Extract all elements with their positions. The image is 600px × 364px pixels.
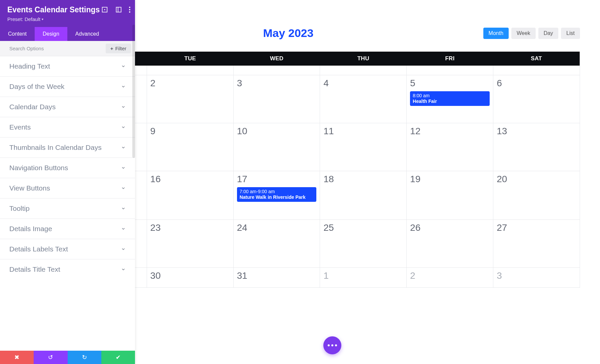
- filter-button[interactable]: + Filter: [106, 44, 131, 53]
- day-cell[interactable]: 6: [493, 75, 580, 123]
- undo-button[interactable]: ↺: [34, 351, 67, 364]
- chevron-down-icon: [121, 64, 126, 69]
- day-cell[interactable]: 1: [320, 268, 407, 287]
- day-number: 17: [237, 174, 247, 184]
- event-health-fair[interactable]: 8:00 am Health Fair: [410, 91, 490, 106]
- day-number: 2: [410, 270, 415, 281]
- day-number: 9: [150, 126, 156, 136]
- expand-icon[interactable]: [101, 6, 108, 13]
- search-row: + Filter: [0, 41, 135, 56]
- dow-thu: THU: [320, 52, 407, 66]
- section-days-of-week[interactable]: Days of the Week: [0, 77, 135, 97]
- day-number: 12: [410, 126, 420, 136]
- calendar-title: May 2023: [93, 27, 483, 40]
- day-number: 19: [410, 174, 420, 184]
- save-button[interactable]: ✔: [101, 351, 135, 364]
- section-thumbnails[interactable]: Thumbnails In Calendar Days: [0, 138, 135, 158]
- event-name: Nature Walk in Riverside Park: [240, 194, 314, 200]
- section-details-image[interactable]: Details Image: [0, 219, 135, 239]
- scrollbar[interactable]: [132, 25, 135, 158]
- day-number: 6: [497, 78, 502, 88]
- kebab-menu-icon[interactable]: [129, 7, 130, 13]
- day-cell[interactable]: 23: [147, 220, 234, 267]
- day-cell[interactable]: 31: [234, 268, 320, 287]
- preset-dropdown[interactable]: Preset: Default ▾: [7, 16, 43, 22]
- view-button-week[interactable]: Week: [511, 28, 536, 39]
- day-number: 30: [150, 270, 161, 281]
- day-cell[interactable]: 2: [407, 268, 493, 287]
- view-buttons-group: Month Week Day List: [483, 28, 580, 39]
- chevron-down-icon: [121, 247, 126, 251]
- section-details-labels[interactable]: Details Labels Text: [0, 239, 135, 259]
- day-cell[interactable]: 16: [147, 171, 234, 219]
- day-cell[interactable]: 19: [407, 171, 493, 219]
- event-time: 8:00 am: [413, 93, 487, 99]
- day-cell[interactable]: 3: [234, 75, 320, 123]
- day-number: 10: [237, 126, 247, 136]
- day-number: 4: [323, 78, 329, 88]
- day-cell[interactable]: 18: [320, 171, 407, 219]
- day-number: 23: [150, 222, 161, 233]
- chevron-down-icon: [121, 206, 126, 211]
- section-tooltip[interactable]: Tooltip: [0, 198, 135, 219]
- section-details-title[interactable]: Details Title Text: [0, 259, 135, 276]
- tab-design[interactable]: Design: [35, 27, 67, 41]
- filter-label: Filter: [115, 46, 126, 51]
- day-cell[interactable]: 26: [407, 220, 493, 267]
- section-events[interactable]: Events: [0, 117, 135, 138]
- event-name: Health Fair: [413, 99, 487, 104]
- panel-tabs: Content Design Advanced: [0, 27, 135, 41]
- day-cell[interactable]: 4: [320, 75, 407, 123]
- cancel-button[interactable]: ✖: [0, 351, 34, 364]
- view-button-list[interactable]: List: [561, 28, 580, 39]
- day-cell[interactable]: 3: [493, 268, 580, 287]
- view-button-day[interactable]: Day: [538, 28, 558, 39]
- dow-fri: FRI: [407, 52, 493, 66]
- tab-content[interactable]: Content: [0, 27, 35, 41]
- calendar-header: May 2023 Month Week Day List: [60, 27, 580, 52]
- day-cell[interactable]: 27: [493, 220, 580, 267]
- day-cell[interactable]: 24: [234, 220, 320, 267]
- redo-button[interactable]: ↻: [68, 351, 101, 364]
- section-view-buttons[interactable]: View Buttons: [0, 178, 135, 198]
- section-heading-text[interactable]: Heading Text: [0, 56, 135, 77]
- day-cell[interactable]: 11: [320, 123, 407, 171]
- redo-icon: ↻: [82, 354, 87, 361]
- day-cell[interactable]: 10: [234, 123, 320, 171]
- day-of-week-row: MON TUE WED THU FRI SAT: [60, 52, 580, 66]
- more-actions-fab[interactable]: [323, 336, 341, 354]
- calendar-grid: MON TUE WED THU FRI SAT 2 3 4 5: [60, 52, 580, 288]
- chevron-down-icon: [121, 84, 126, 89]
- section-calendar-days[interactable]: Calendar Days: [0, 97, 135, 117]
- dow-wed: WED: [233, 52, 320, 66]
- day-cell[interactable]: 30: [147, 268, 234, 287]
- svg-rect-2: [116, 7, 121, 12]
- day-cell[interactable]: 12: [407, 123, 493, 171]
- section-nav-buttons[interactable]: Navigation Buttons: [0, 158, 135, 178]
- weeks-container: 2 3 4 5 8:00 am Health Fair 6 9 10: [60, 75, 580, 287]
- day-number: 25: [323, 222, 334, 233]
- day-cell[interactable]: 9: [147, 123, 234, 171]
- day-cell[interactable]: 5 8:00 am Health Fair: [407, 75, 493, 123]
- day-cell[interactable]: 25: [320, 220, 407, 267]
- panel-footer: ✖ ↺ ↻ ✔: [0, 351, 135, 364]
- day-number: 31: [237, 270, 247, 281]
- week-row: 2 3 4 5 8:00 am Health Fair 6: [60, 75, 580, 123]
- dock-icon[interactable]: [115, 6, 122, 13]
- search-options-input[interactable]: [0, 41, 102, 56]
- event-nature-walk[interactable]: 7:00 am-9:00 am Nature Walk in Riverside…: [237, 187, 317, 202]
- chevron-down-icon: [121, 186, 126, 190]
- view-button-month[interactable]: Month: [483, 28, 509, 39]
- panel-header: Events Calendar Settings Preset: Default…: [0, 0, 135, 27]
- tab-advanced[interactable]: Advanced: [67, 27, 107, 41]
- check-icon: ✔: [116, 354, 121, 361]
- day-cell[interactable]: 13: [493, 123, 580, 171]
- plus-icon: +: [110, 46, 113, 51]
- chevron-down-icon: [121, 125, 126, 130]
- day-number: 24: [237, 222, 247, 233]
- day-cell[interactable]: 20: [493, 171, 580, 219]
- day-cell[interactable]: 2: [147, 75, 234, 123]
- week-row: 22 23 24 25 26 27: [60, 219, 580, 267]
- day-number: 1: [323, 270, 329, 281]
- day-cell[interactable]: 17 7:00 am-9:00 am Nature Walk in Rivers…: [234, 171, 320, 219]
